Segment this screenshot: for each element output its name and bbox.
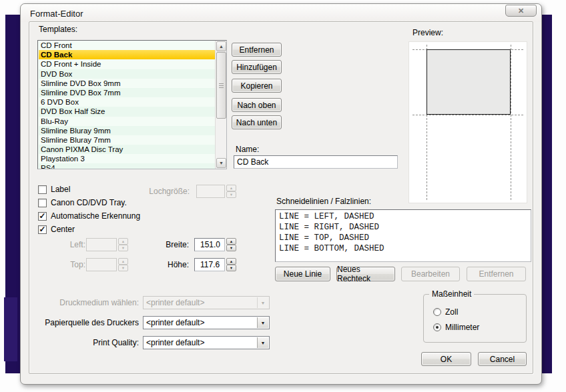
hole-size-spinner: ▲ ▼ — [226, 185, 236, 198]
spin-down-icon[interactable]: ▼ — [226, 265, 236, 271]
copy-template-button[interactable]: Kopieren — [232, 79, 282, 93]
template-item-selected[interactable]: CD Back — [39, 50, 215, 59]
template-item[interactable]: CD Front + Inside — [39, 59, 215, 69]
checkbox-auto-detect[interactable]: ✓ Automatische Erkennung — [38, 211, 140, 221]
selected-value: <printer default> — [146, 338, 204, 347]
top-input — [86, 258, 117, 271]
template-item[interactable]: Playstation 3 — [39, 154, 215, 163]
templates-list[interactable]: CD Front CD Back CD Front + Inside DVD B… — [37, 40, 227, 169]
scroll-thumb[interactable] — [216, 52, 226, 119]
checkbox-canon-tray[interactable]: Canon CD/DVD Tray. — [38, 198, 127, 207]
checkbox-icon: ✓ — [38, 225, 47, 234]
add-template-button[interactable]: Hinzufügen — [232, 60, 282, 74]
spin-down-icon[interactable]: ▼ — [226, 245, 236, 251]
cutline-item[interactable]: LINE = LEFT, DASHED — [279, 211, 527, 222]
close-icon: ✕ — [518, 7, 524, 14]
radio-zoll[interactable]: Zoll — [433, 307, 458, 317]
templates-scrollbar[interactable]: ▲ ▼ — [215, 41, 226, 169]
checkbox-text: Label — [51, 185, 70, 194]
paper-source-label: Papierquelle des Druckers — [34, 318, 139, 327]
print-quality-label: Print Quality: — [34, 338, 139, 347]
spin-down-icon: ▼ — [226, 191, 236, 198]
width-input[interactable]: 151.0 — [194, 238, 225, 251]
title-bar[interactable] — [21, 4, 541, 22]
scroll-up-icon: ▲ — [219, 44, 224, 49]
templates-label: Templates: — [39, 25, 77, 34]
preview-panel — [408, 41, 527, 203]
cut-line-bottom — [412, 115, 523, 115]
units-group: Maßeinheit Zoll Millimeter — [423, 294, 527, 343]
template-item[interactable]: PS4 — [39, 163, 215, 169]
cutline-item[interactable]: LINE = TOP, DASHED — [279, 233, 527, 243]
name-label: Name: — [236, 145, 259, 154]
template-item[interactable]: Slimline DVD Box 7mm — [39, 88, 215, 97]
hole-size-label: Lochgröße: — [136, 187, 190, 196]
radio-selected-icon — [433, 323, 441, 331]
cutlines-label: Schneidelinien / Falzlinien: — [276, 197, 371, 206]
scroll-up-button[interactable]: ▲ — [216, 41, 226, 51]
template-item[interactable]: DVD Box Half Size — [39, 107, 215, 116]
check-icon: ✓ — [39, 213, 45, 219]
paper-source-select[interactable]: <printer default> ▼ — [143, 316, 270, 329]
templates-list-items: CD Front CD Back CD Front + Inside DVD B… — [39, 41, 215, 169]
dropdown-arrow-icon: ▼ — [257, 297, 268, 308]
spin-down-icon: ▼ — [118, 265, 128, 271]
spin-up-icon[interactable]: ▲ — [226, 258, 236, 265]
checkbox-icon — [38, 185, 47, 194]
height-spinner[interactable]: ▲ ▼ — [226, 258, 236, 271]
template-item[interactable]: DVD Box — [39, 69, 215, 79]
checkbox-center[interactable]: ✓ Center — [38, 225, 75, 234]
spin-up-icon: ▲ — [226, 185, 236, 191]
cancel-button[interactable]: Cancel — [478, 352, 527, 366]
dropdown-arrow-icon[interactable]: ▼ — [257, 337, 268, 348]
name-input[interactable] — [234, 155, 398, 169]
checkbox-text: Center — [51, 225, 75, 234]
dropdown-arrow-icon[interactable]: ▼ — [257, 317, 268, 328]
width-label: Breite: — [161, 240, 189, 249]
cutline-item[interactable]: LINE = BOTTOM, DASHED — [279, 243, 527, 254]
move-down-button[interactable]: Nach unten — [232, 115, 282, 129]
height-input[interactable]: 117.6 — [194, 258, 225, 271]
hole-size-input — [196, 185, 225, 198]
ok-button[interactable]: OK — [421, 352, 471, 366]
background-window-accent — [4, 297, 17, 361]
top-spinner: ▲ ▼ — [118, 258, 128, 271]
remove-line-button: Entfernen — [467, 267, 526, 281]
cutline-item[interactable]: LINE = RIGHT, DASHED — [279, 222, 527, 233]
radio-text: Zoll — [445, 307, 458, 317]
close-button[interactable]: ✕ — [505, 5, 537, 17]
template-item[interactable]: CD Front — [39, 41, 215, 50]
left-input — [86, 238, 117, 251]
spin-up-icon: ▲ — [118, 238, 128, 245]
height-label: Höhe: — [161, 260, 189, 269]
spin-up-icon[interactable]: ▲ — [226, 238, 236, 245]
scroll-down-icon: ▼ — [219, 161, 224, 165]
width-spinner[interactable]: ▲ ▼ — [226, 238, 236, 251]
print-quality-select[interactable]: <printer default> ▼ — [143, 336, 270, 349]
template-item[interactable]: Slimline DVD Box 9mm — [39, 79, 215, 88]
left-spinner: ▲ ▼ — [118, 238, 128, 251]
spin-down-icon: ▼ — [118, 245, 128, 251]
new-rectangle-button[interactable]: Neues Rechteck — [336, 267, 395, 281]
edit-line-button: Bearbeiten — [401, 267, 460, 281]
radio-icon — [433, 308, 441, 316]
template-item[interactable]: Slimline Bluray 7mm — [39, 135, 215, 145]
preview-label: Preview: — [412, 28, 443, 37]
cutlines-list[interactable]: LINE = LEFT, DASHED LINE = RIGHT, DASHED… — [275, 209, 531, 262]
move-up-button[interactable]: Nach oben — [232, 98, 282, 112]
template-item[interactable]: Canon PIXMA Disc Tray — [39, 145, 215, 154]
checkbox-icon: ✓ — [38, 212, 47, 221]
scroll-down-button[interactable]: ▼ — [216, 158, 226, 168]
radio-millimeter[interactable]: Millimeter — [433, 323, 479, 332]
template-item[interactable]: Slimline Bluray 9mm — [39, 126, 215, 135]
template-item[interactable]: Blu-Ray — [39, 117, 215, 126]
top-label: Top: — [62, 260, 85, 269]
remove-template-button[interactable]: Entfernen — [232, 43, 282, 57]
format-editor-dialog: Format-Editor ✕ Templates: CD Front CD B… — [20, 3, 542, 385]
new-line-button[interactable]: Neue Linie — [275, 267, 330, 281]
checkbox-text: Automatische Erkennung — [51, 211, 140, 221]
template-item[interactable]: 6 DVD Box — [39, 97, 215, 107]
checkbox-text: Canon CD/DVD Tray. — [51, 198, 127, 207]
check-icon: ✓ — [39, 226, 45, 233]
checkbox-label-option[interactable]: Label — [38, 185, 70, 194]
